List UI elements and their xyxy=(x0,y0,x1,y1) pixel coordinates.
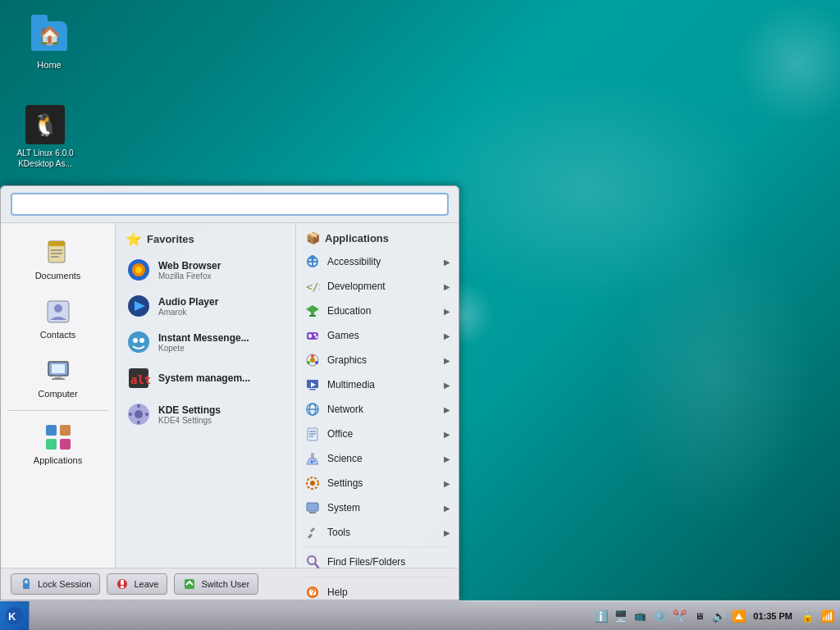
taskbar-right: ℹ️ 🖥️ 📺 ⚙️ ✂️ 🖥 🔊 🔼 01:35 PM 🔒 📶 xyxy=(587,608,840,624)
app-tools[interactable]: Tools ▶ xyxy=(296,520,459,545)
app-office[interactable]: Office ▶ xyxy=(296,422,459,446)
system-name: System xyxy=(327,502,437,514)
taskbar-info-icon[interactable]: ℹ️ xyxy=(592,608,609,624)
games-icon xyxy=(304,327,321,344)
svg-rect-9 xyxy=(55,376,62,378)
taskbar-clock: 01:35 PM xyxy=(750,611,796,621)
left-item-applications[interactable]: Applications xyxy=(6,416,110,472)
documents-icon xyxy=(43,238,73,267)
left-item-documents[interactable]: Documents xyxy=(6,231,110,287)
app-accessibility[interactable]: Accessibility ▶ xyxy=(296,249,459,274)
svg-rect-41 xyxy=(308,335,312,337)
lock-icon xyxy=(20,578,33,591)
taskbar-volume-icon[interactable]: 🔊 xyxy=(710,608,727,624)
leave-button[interactable]: Leave xyxy=(107,573,167,595)
svg-rect-11 xyxy=(46,425,57,436)
svg-rect-74 xyxy=(121,580,124,585)
messenger-text: Instant Messenge... Kopete xyxy=(158,332,249,353)
svg-rect-38 xyxy=(309,315,316,317)
app-settings[interactable]: Settings ▶ xyxy=(296,471,459,495)
lock-session-button[interactable]: Lock Session xyxy=(11,573,100,595)
svg-point-42 xyxy=(314,334,317,336)
graphics-arrow: ▶ xyxy=(444,356,450,365)
svg-rect-75 xyxy=(121,586,124,588)
svg-marker-36 xyxy=(306,305,319,313)
app-multimedia[interactable]: Multimedia ▶ xyxy=(296,372,459,397)
app-science[interactable]: Science ▶ xyxy=(296,446,459,471)
left-panel-divider xyxy=(7,410,108,411)
search-input[interactable] xyxy=(11,193,449,216)
svg-rect-66 xyxy=(308,533,313,538)
taskbar-screen-icon[interactable]: 🖥 xyxy=(691,608,707,624)
taskbar-lock-icon[interactable]: 🔒 xyxy=(799,608,815,624)
fav-kdesettings[interactable]: KDE Settings KDE4 Settings xyxy=(116,396,295,432)
svg-rect-64 xyxy=(307,503,318,511)
app-findfiles[interactable]: Find Files/Folders xyxy=(296,549,459,575)
sysmanager-name: System managem... xyxy=(158,372,250,384)
app-network[interactable]: Network ▶ xyxy=(296,397,459,422)
menu-body: Documents Contacts xyxy=(1,223,459,568)
desktop-icon-home[interactable]: 🏠 Home xyxy=(16,16,82,71)
taskbar-monitor-icon[interactable]: 📺 xyxy=(632,608,648,624)
amarok-icon xyxy=(126,293,152,319)
messenger-name: Instant Messenge... xyxy=(158,332,249,344)
help-icon: ? xyxy=(304,584,321,600)
app-graphics[interactable]: Graphics ▶ xyxy=(296,348,459,372)
svg-point-61 xyxy=(313,460,315,462)
education-arrow: ▶ xyxy=(444,307,450,316)
left-item-contacts[interactable]: Contacts xyxy=(6,290,110,346)
svg-text:alt: alt xyxy=(130,373,151,386)
app-games[interactable]: Games ▶ xyxy=(296,323,459,348)
taskbar-arrow-icon[interactable]: 🔼 xyxy=(730,608,746,624)
fav-sysmanager[interactable]: alt System managem... xyxy=(116,360,295,396)
accessibility-icon xyxy=(304,253,321,270)
switchuser-label: Switch User xyxy=(201,579,249,589)
taskbar-start-button[interactable]: K xyxy=(0,601,30,631)
svg-point-21 xyxy=(133,338,138,343)
taskbar-display-icon[interactable]: 🖥️ xyxy=(612,608,628,624)
tools-arrow: ▶ xyxy=(444,528,450,537)
svg-point-62 xyxy=(310,481,315,486)
apps-header: 📦 Applications xyxy=(296,226,459,249)
audioplayer-text: Audio Player Amarok xyxy=(158,296,218,317)
taskbar-gear-icon[interactable]: ⚙️ xyxy=(651,608,668,624)
fav-audioplayer[interactable]: Audio Player Amarok xyxy=(116,288,295,324)
graphics-icon xyxy=(304,352,321,368)
switchuser-button[interactable]: Switch User xyxy=(174,573,258,595)
applications-label: Applications xyxy=(34,455,82,465)
contacts-label: Contacts xyxy=(40,330,75,340)
leave-icon xyxy=(116,578,129,591)
svg-rect-65 xyxy=(309,512,316,514)
home-icon-label: Home xyxy=(37,59,61,71)
firefox-icon xyxy=(126,257,152,283)
kdesettings-name: KDE Settings xyxy=(158,404,221,416)
office-name: Office xyxy=(327,428,437,440)
games-arrow: ▶ xyxy=(444,331,450,340)
left-item-computer[interactable]: Computer xyxy=(6,349,110,405)
fav-messenger[interactable]: Instant Messenge... Kopete xyxy=(116,324,295,360)
desktop-icon-altlinux[interactable]: 🐧 ALT Linux 6.0.0 KDesktop As... xyxy=(12,105,78,169)
sysmanager-text: System managem... xyxy=(158,372,250,384)
app-development[interactable]: </> Development ▶ xyxy=(296,274,459,299)
favorites-col: ⭐ Favorites Web Browser xyxy=(116,223,296,568)
app-system[interactable]: System ▶ xyxy=(296,495,459,520)
apps-header-icon: 📦 xyxy=(306,231,320,244)
taskbar-network-icon[interactable]: 📶 xyxy=(819,608,835,624)
fav-webbrowser[interactable]: Web Browser Mozilla Firefox xyxy=(116,252,295,288)
help-name: Help xyxy=(327,587,450,598)
webbrowser-sub: Mozilla Firefox xyxy=(158,272,221,281)
taskbar-scissors-icon[interactable]: ✂️ xyxy=(671,608,687,624)
sysmanager-icon: alt xyxy=(126,365,152,391)
svg-rect-10 xyxy=(52,378,65,380)
altlinux-icon-label: ALT Linux 6.0.0 KDesktop As... xyxy=(16,148,73,169)
favorites-title: Favorites xyxy=(147,233,194,245)
app-education[interactable]: Education ▶ xyxy=(296,299,459,323)
start-menu: Documents Contacts xyxy=(0,185,459,600)
kopete-icon xyxy=(126,329,152,355)
svg-point-27 xyxy=(137,404,140,408)
svg-point-6 xyxy=(54,304,62,313)
system-arrow: ▶ xyxy=(444,504,450,513)
app-help[interactable]: ? Help xyxy=(296,579,459,605)
svg-point-17 xyxy=(135,267,142,273)
webbrowser-name: Web Browser xyxy=(158,260,221,272)
